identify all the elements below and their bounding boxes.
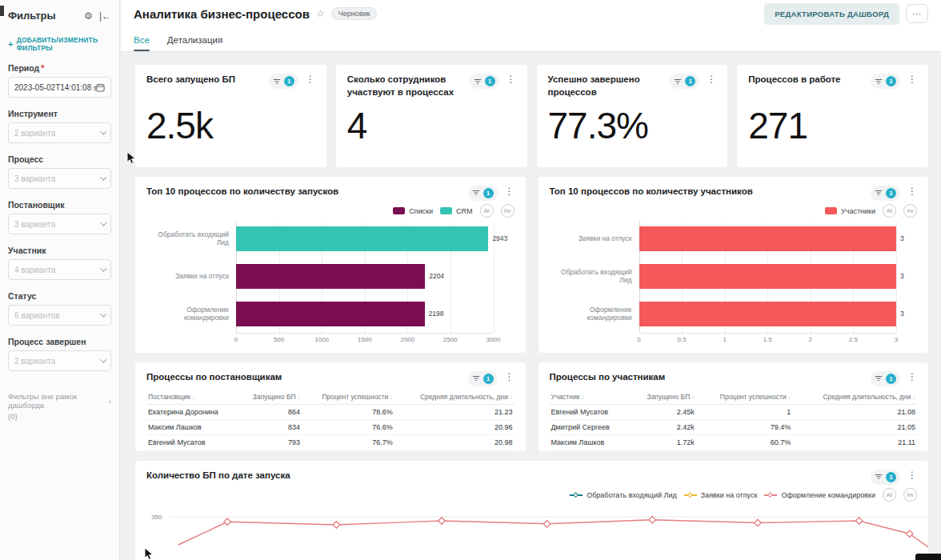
legend-label: Заявки на отпуск bbox=[701, 491, 758, 499]
legend-toggle-all[interactable]: All bbox=[883, 204, 896, 218]
filter-pill[interactable]: 1 bbox=[871, 470, 900, 485]
legend-toggle-all[interactable]: All bbox=[883, 488, 896, 502]
legend-item[interactable]: Обработать входящий Лид bbox=[570, 491, 677, 499]
column-header[interactable]: Процент успешности↕ bbox=[302, 390, 394, 405]
bar[interactable] bbox=[639, 264, 897, 289]
bar-value-label: 2943 bbox=[492, 234, 507, 242]
legend-line-marker-icon bbox=[684, 492, 697, 498]
legend-line-marker-icon bbox=[764, 492, 777, 498]
dashboard-content: Всего запущено БП 1 ⋮ 2.5k Сколько сотру… bbox=[121, 52, 941, 560]
edit-dashboard-button[interactable]: РЕДАКТИРОВАТЬ ДАШБОРД bbox=[764, 3, 899, 25]
table-cell: Дмитрий Сергеев bbox=[550, 419, 631, 434]
participant-label: Участник bbox=[8, 246, 111, 255]
data-point-marker[interactable] bbox=[755, 519, 761, 526]
table-card-participants: Процессы по участникам 1 ⋮ Участник↕Запу… bbox=[539, 362, 929, 451]
filter-pill[interactable]: 1 bbox=[468, 371, 498, 386]
filter-pill[interactable]: 1 bbox=[871, 371, 900, 386]
status-select[interactable]: 6 вариантов bbox=[8, 305, 111, 326]
column-header[interactable]: Запущено БП↕ bbox=[630, 390, 695, 405]
table-cell: 78.6% bbox=[302, 404, 394, 419]
filter-field-participant: Участник 4 варианта bbox=[8, 246, 111, 280]
more-options-button[interactable]: ⋯ bbox=[906, 4, 928, 23]
filter-pill[interactable]: 1 bbox=[670, 74, 699, 89]
data-point-marker[interactable] bbox=[224, 518, 230, 525]
data-point-marker[interactable] bbox=[543, 520, 550, 526]
bar-row: Оформление командировки2198 bbox=[146, 295, 515, 333]
data-point-marker[interactable] bbox=[855, 518, 862, 524]
data-point-marker[interactable] bbox=[649, 516, 655, 522]
kebab-menu-icon[interactable]: ⋮ bbox=[707, 74, 716, 85]
collapse-sidebar-icon[interactable]: |← bbox=[99, 10, 111, 22]
favorite-star-icon[interactable]: ☆ bbox=[316, 8, 325, 19]
required-mark: * bbox=[41, 63, 44, 73]
legend-toggle-all[interactable]: All bbox=[480, 204, 494, 218]
tab-detail[interactable]: Детализация bbox=[167, 35, 222, 51]
column-header[interactable]: Участник↕ bbox=[550, 390, 631, 405]
add-edit-filters-label: ДОБАВИТЬ/ИЗМЕНИТЬ ФИЛЬТРЫ bbox=[17, 36, 111, 52]
filter-count-badge: 1 bbox=[483, 374, 494, 384]
filter-funnel-icon bbox=[875, 189, 883, 197]
filter-pill[interactable]: 1 bbox=[871, 186, 900, 201]
tab-all[interactable]: Все bbox=[134, 35, 150, 51]
column-header[interactable]: Запущено БП↕ bbox=[238, 390, 302, 405]
add-edit-filters-link[interactable]: + ДОБАВИТЬ/ИЗМЕНИТЬ ФИЛЬТРЫ bbox=[8, 36, 111, 52]
legend-item[interactable]: Оформление командировки bbox=[764, 491, 875, 499]
filter-pill[interactable]: 1 bbox=[269, 74, 298, 89]
table-cell: 21.11 bbox=[792, 434, 917, 450]
chevron-down-icon bbox=[100, 219, 106, 226]
kebab-menu-icon[interactable]: ⋮ bbox=[907, 371, 917, 382]
table-cell: Екатерина Доронина bbox=[146, 404, 238, 419]
filter-funnel-icon bbox=[472, 374, 480, 382]
data-table: Участник↕Запущено БП↕Процент успешности↕… bbox=[550, 390, 918, 451]
kpi-card-in-progress: Процессов в работе 1 ⋮ 271 bbox=[737, 65, 928, 167]
kebab-menu-icon[interactable]: ⋮ bbox=[507, 74, 516, 85]
legend-item[interactable]: Участники bbox=[825, 207, 875, 215]
bar[interactable] bbox=[236, 302, 425, 326]
kebab-menu-icon[interactable]: ⋮ bbox=[907, 74, 917, 85]
legend-item[interactable]: Заявки на отпуск bbox=[684, 491, 758, 499]
legend-toggle-inv[interactable]: Inv bbox=[501, 204, 515, 218]
filter-funnel-icon bbox=[273, 78, 281, 86]
legend-label: Списки bbox=[409, 207, 433, 215]
period-date-input[interactable]: 2023-05-02T14:01:08 ≤ ... bbox=[8, 77, 111, 98]
filter-pill[interactable]: 1 bbox=[468, 186, 498, 201]
process-finished-label: Процесс завершен bbox=[8, 337, 111, 346]
column-header[interactable]: Средняя длительность, дни↕ bbox=[792, 390, 917, 405]
legend-toggle-inv[interactable]: Inv bbox=[903, 204, 917, 218]
table-row: Евгений Мусатов79376.7%20.98 bbox=[146, 434, 515, 450]
table-card-assigners: Процессы по постановщикам 1 ⋮ Постановщи… bbox=[135, 362, 526, 451]
filter-field-assigner: Постановщик 3 варианта bbox=[8, 200, 111, 234]
table-cell: 76.7% bbox=[302, 434, 394, 450]
bar[interactable] bbox=[639, 226, 897, 251]
filter-pill[interactable]: 1 bbox=[470, 74, 499, 89]
kpi-card-total-launched: Всего запущено БП 1 ⋮ 2.5k bbox=[135, 65, 326, 167]
screen-artifact bbox=[0, 6, 4, 16]
column-header[interactable]: Постановщик↕ bbox=[146, 390, 238, 405]
bar[interactable] bbox=[236, 226, 488, 251]
legend-item[interactable]: Списки bbox=[393, 207, 433, 215]
participant-select[interactable]: 4 варианта bbox=[8, 259, 111, 280]
column-header[interactable]: Средняя длительность, дни↕ bbox=[394, 390, 515, 405]
kebab-menu-icon[interactable]: ⋮ bbox=[306, 74, 315, 85]
data-point-marker[interactable] bbox=[438, 518, 445, 524]
process-finished-select[interactable]: 2 варианта bbox=[8, 350, 111, 371]
legend-item[interactable]: CRM bbox=[440, 207, 473, 215]
kebab-menu-icon[interactable]: ⋮ bbox=[907, 186, 917, 197]
gear-icon[interactable]: ⚙ bbox=[84, 10, 93, 22]
instrument-select[interactable]: 2 варианта bbox=[8, 122, 111, 143]
column-header[interactable]: Процент успешности↕ bbox=[696, 390, 792, 405]
kebab-menu-icon[interactable]: ⋮ bbox=[505, 371, 515, 382]
filter-funnel-icon bbox=[875, 473, 883, 481]
kebab-menu-icon[interactable]: ⋮ bbox=[505, 186, 515, 197]
filter-pill[interactable]: 1 bbox=[871, 74, 900, 89]
kebab-menu-icon[interactable]: ⋮ bbox=[907, 470, 917, 481]
filters-outside-dashboard-link[interactable]: Фильтры вне рамок дашборда › bbox=[8, 392, 111, 410]
bar[interactable] bbox=[639, 302, 897, 326]
assigner-select[interactable]: 3 варианта bbox=[8, 214, 111, 234]
legend-toggle-inv[interactable]: Inv bbox=[903, 488, 917, 502]
legend-label: Оформление командировки bbox=[781, 491, 875, 499]
process-select[interactable]: 3 варианта bbox=[8, 168, 111, 189]
bar-row: Заявки на отпуск3 bbox=[550, 220, 918, 258]
bar[interactable] bbox=[236, 264, 425, 289]
data-point-marker[interactable] bbox=[333, 522, 339, 528]
